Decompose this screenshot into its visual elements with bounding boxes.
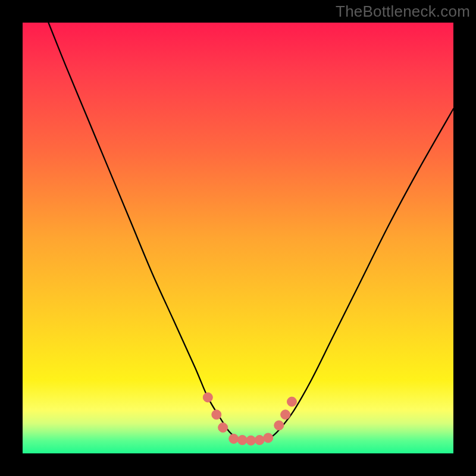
chart-frame: TheBottleneck.com [0, 0, 476, 476]
floor-dot-1 [229, 434, 239, 443]
left-mid-dot [212, 410, 221, 419]
floor-dot-4 [255, 436, 264, 445]
right-mid-dot [281, 410, 290, 419]
marker-dots [203, 393, 296, 445]
watermark-text: TheBottleneck.com [336, 2, 470, 21]
right-lower-dot [274, 421, 284, 430]
left-lower-dot [218, 423, 228, 433]
plot-area [23, 23, 453, 453]
floor-dot-2 [237, 436, 247, 445]
right-upper-dot [287, 397, 297, 406]
curve-svg [23, 23, 453, 453]
bottleneck-curve [48, 23, 453, 441]
floor-dot-3 [246, 436, 256, 445]
floor-dot-5 [264, 433, 273, 443]
left-upper-dot [203, 393, 212, 402]
